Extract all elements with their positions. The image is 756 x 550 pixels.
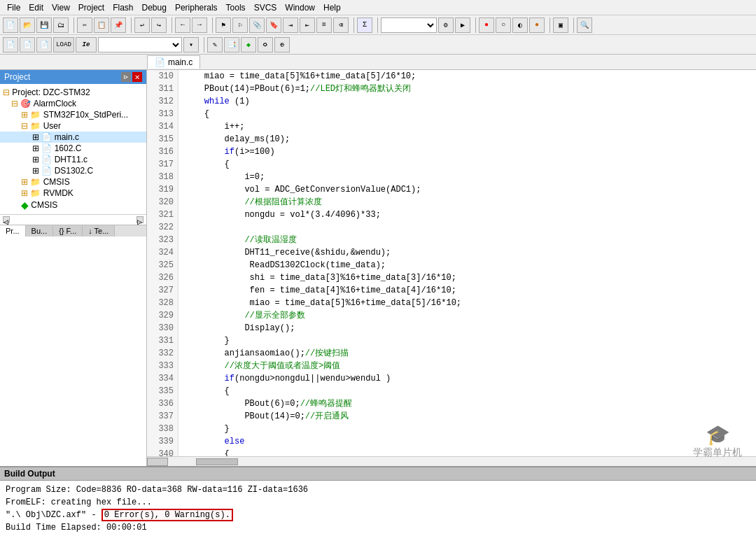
tb2-green1[interactable]: ◆ [241,37,256,52]
build-output-panel: Build Output Program Size: Code=8836 RO-… [0,466,756,550]
misc1[interactable]: ▣ [553,17,568,33]
sep8 [547,17,550,33]
copy-button[interactable]: 📋 [94,17,109,33]
menu-edit[interactable]: Edit [24,1,48,14]
tb2-3[interactable]: 📄 [36,37,52,52]
tree-stm-label: STM32F10x_StdPeri... [43,110,128,120]
open-button[interactable]: 📂 [20,17,35,33]
menu-peripherals[interactable]: Peripherals [171,1,222,14]
menu-svcs[interactable]: SVCS [250,1,281,14]
menu-project[interactable]: Project [74,1,108,14]
save-button[interactable]: 💾 [36,17,52,33]
indent-button[interactable]: ⇥ [283,17,298,33]
file-tabs-bar: 📄 main.c [0,55,756,70]
tree-1602[interactable]: ⊞ 📄 1602.C [0,143,146,154]
tb2-4[interactable]: Ie [76,37,97,52]
menu-view[interactable]: View [48,1,74,14]
tree-cmsis-diamond[interactable]: ◆ CMSIS [0,199,146,211]
sep3 [169,17,172,33]
tree-dht11[interactable]: ⊞ 📄 DHT11.c [0,154,146,165]
bookmark2[interactable]: ⚐ [232,17,248,33]
proj-tab-build[interactable]: Bu... [26,225,54,237]
panel-close-btn[interactable]: ✕ [132,72,142,82]
redo-button[interactable]: ↪ [151,17,167,33]
file-tab-main[interactable]: 📄 main.c [147,55,200,69]
proj-tab-funcs[interactable]: {} F... [53,225,83,237]
debug-start[interactable]: ● [479,17,494,33]
tb2-6[interactable]: 📑 [224,37,239,52]
project-panel-tabs: Pr... Bu... {} F... ↓ Te... [0,225,146,237]
menu-help[interactable]: Help [319,1,345,14]
hscroll-left[interactable] [147,458,168,466]
build-all-button[interactable]: Σ [357,17,372,33]
tb2-dropdown-btn[interactable]: ▾ [183,37,199,52]
save-all-button[interactable]: 🗂 [53,17,69,33]
proj-tab-project[interactable]: Pr... [0,225,26,237]
bookmark4[interactable]: 🔖 [266,17,281,33]
target-opts1[interactable]: ⚙ [438,17,454,33]
back-button[interactable]: ← [175,17,190,33]
tree-rvmdk-folder[interactable]: ⊞ 📁 RVMDK [0,188,146,199]
toolbar2: 📄 📄 📄 LOAD Ie AlarmClock ▾ ✎ 📑 ◆ ⭘ ⊕ [0,35,756,55]
line-numbers: 3103113123133143153163173183193203213223… [147,70,178,456]
menu-tools[interactable]: Tools [222,1,250,14]
debug-c3[interactable]: ● [529,17,545,33]
forward-button[interactable]: → [192,17,207,33]
sep10 [202,37,204,52]
tree-1602-label: 1602.C [55,143,82,153]
target-dropdown[interactable]: 浓度 [381,17,437,33]
menu-debug[interactable]: Debug [138,1,171,14]
watermark-icon: 🎓 [706,423,730,446]
sep4 [210,17,213,33]
new-button[interactable]: 📄 [3,17,18,33]
tb2-load[interactable]: LOAD [53,37,74,52]
tree-cmsis-folder[interactable]: ⊞ 📁 CMSIS [0,176,146,188]
tb2-8[interactable]: ⊕ [274,37,290,52]
tree-stm-folder[interactable]: ⊞ 📁 STM32F10x_StdPeri... [0,109,146,120]
tb2-5[interactable]: ✎ [207,37,223,52]
bookmark1[interactable]: ⚑ [216,17,231,33]
menubar: File Edit View Project Flash Debug Perip… [0,0,756,15]
tree-rvmdk-label: RVMDK [43,188,74,198]
panel-scroll-right[interactable]: ▷ [136,216,144,223]
tb2-1[interactable]: 📄 [3,37,18,52]
tree-ds1302[interactable]: ⊞ 📄 DS1302.C [0,165,146,176]
format-button[interactable]: ≡ [316,17,332,33]
code-content[interactable]: miao = time_data[5]%16+time_data[5]/16*1… [178,70,756,456]
toolbar1: 📄 📂 💾 🗂 ✂ 📋 📌 ↩ ↪ ← → ⚑ ⚐ 📎 🔖 ⇥ ⇤ ≡ ⌫ Σ … [0,15,756,35]
watermark: 🎓 学霸单片机 [693,423,742,459]
panel-scroll-left[interactable]: ◁ [3,216,10,223]
main-layout: Project ⊳ ✕ ⊟ Project: DZC-STM32 ⊟ 🎯 Ala… [0,70,756,466]
paste-button[interactable]: 📌 [111,17,126,33]
tree-mainc[interactable]: ⊞ 📄 main.c [0,132,146,143]
watermark-text: 学霸单片机 [693,446,742,459]
target-opts2[interactable]: ▶ [455,17,470,33]
tree-ds1302-label: DS1302.C [55,166,93,176]
undo-button[interactable]: ↩ [134,17,150,33]
code-editor: 3103113123133143153163173183193203213223… [147,70,756,466]
menu-file[interactable]: File [3,1,24,14]
cut-button[interactable]: ✂ [77,17,92,33]
tree-root[interactable]: ⊟ Project: DZC-STM32 [0,87,146,98]
sep5 [351,17,354,33]
panel-pin-btn[interactable]: ⊳ [121,72,131,82]
menu-window[interactable]: Window [281,1,319,14]
proj-tab-templ[interactable]: ↓ Te... [83,225,115,237]
tb2-7[interactable]: ⭘ [258,37,273,52]
tree-target[interactable]: ⊟ 🎯 AlarmClock [0,98,146,109]
sep1 [71,17,74,33]
hscroll-thumb[interactable] [196,458,238,465]
menu-flash[interactable]: Flash [108,1,137,14]
unindent-button[interactable]: ⇤ [300,17,315,33]
bookmark3[interactable]: 📎 [249,17,265,33]
debug-c1[interactable]: ○ [496,17,511,33]
tree-user-folder[interactable]: ⊟ 📁 User [0,120,146,132]
tree-cmsis-folder-label: CMSIS [43,177,70,187]
hscroll[interactable] [147,456,756,466]
sep7 [473,17,476,33]
debug-c2[interactable]: ◐ [512,17,528,33]
wrap-button[interactable]: ⌫ [333,17,349,33]
project-dropdown[interactable]: AlarmClock [98,37,182,52]
tb2-2[interactable]: 📄 [20,37,35,52]
search-btn[interactable]: 🔍 [577,17,592,33]
